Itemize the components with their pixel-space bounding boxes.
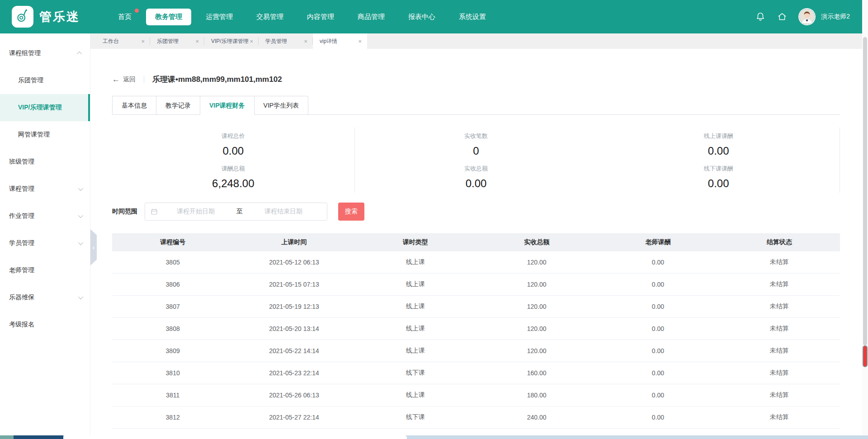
table-header-cell: 上课时间 [233, 238, 354, 246]
close-icon[interactable]: × [304, 38, 307, 44]
user-avatar[interactable] [798, 8, 816, 25]
date-range-picker[interactable]: 课程开始日期 至 课程结束日期 [145, 203, 327, 221]
top-nav-item[interactable]: 内容管理 [298, 9, 343, 25]
end-date-input[interactable]: 课程结束日期 [245, 208, 321, 216]
back-button[interactable]: ← 返回 [112, 75, 136, 84]
top-nav-item[interactable]: 首页 [109, 9, 141, 25]
table-row[interactable]: 3806 2021-05-15 07:13 线上课 120.00 0.00 未结… [112, 274, 840, 296]
stat-label: 实收笔数 [355, 132, 598, 140]
stat-label: 课酬总额 [112, 165, 354, 173]
sidebar-item-label: 乐团管理 [18, 76, 43, 85]
close-icon[interactable]: × [250, 38, 253, 44]
sidebar-item[interactable]: 老师管理 [0, 257, 90, 284]
sidebar-item[interactable]: 乐团管理 [0, 67, 90, 94]
brand-name: 管乐迷 [39, 9, 80, 25]
sidebar-collapse-handle[interactable]: ‹ [90, 229, 97, 265]
collapse-arrow-icon: ‹ [93, 244, 94, 251]
cell-lesson-type: 线上课 [355, 302, 476, 311]
cell-teacher-salary: 0.00 [597, 281, 718, 288]
top-nav-item[interactable]: 系统设置 [450, 9, 495, 25]
sidebar: 课程组管理 乐团管理 VIP/乐理课管理 网管课管理 班级管理 课程管理 作业管… [0, 33, 90, 435]
top-nav-item[interactable]: 报表中心 [399, 9, 444, 25]
sidebar-item[interactable]: 课程管理 [0, 175, 90, 203]
filter-row: 时间范围 课程开始日期 至 课程结束日期 搜索 [112, 203, 840, 221]
close-icon[interactable]: × [358, 38, 362, 44]
table-row[interactable]: 3813 2021-05-28 22:14 线下课 240.00 0.00 未结… [112, 429, 840, 435]
top-nav-item[interactable]: 运营管理 [197, 9, 242, 25]
bell-icon[interactable] [755, 11, 766, 22]
detail-tab[interactable]: VIP学生列表 [254, 96, 309, 114]
sidebar-item[interactable]: 作业管理 [0, 203, 90, 230]
sidebar-item[interactable]: VIP/乐理课管理 [0, 94, 90, 121]
top-nav-item-label: 教务管理 [155, 13, 182, 20]
top-nav-item-label: 运营管理 [206, 13, 233, 20]
table-row[interactable]: 3810 2021-05-23 22:14 线下课 160.00 0.00 未结… [112, 362, 840, 384]
detail-tab-label: 基本信息 [122, 102, 147, 109]
sidebar-item[interactable]: 学员管理 [0, 230, 90, 257]
cell-lesson-id: 3809 [112, 347, 233, 354]
cell-settle-status: 未结算 [719, 258, 840, 266]
cell-teacher-salary: 0.00 [597, 414, 718, 421]
bottom-edge-segment [63, 435, 407, 439]
stat-value: 0.00 [597, 145, 840, 157]
detail-tab[interactable]: 基本信息 [112, 96, 156, 114]
top-nav-item[interactable]: 交易管理 [247, 9, 292, 25]
cell-teacher-salary: 0.00 [597, 259, 718, 266]
cell-lesson-id: 3808 [112, 325, 233, 332]
stat-cell: 课程总价 0.00 [112, 127, 355, 160]
page-tab[interactable]: 工作台 × [96, 33, 150, 49]
cell-teacher-salary: 0.00 [597, 369, 718, 377]
top-nav-item[interactable]: 商品管理 [349, 9, 394, 25]
sidebar-item-label: 乐器维保 [9, 293, 34, 302]
table-header-cell: 课时类型 [355, 238, 476, 246]
detail-tab[interactable]: 教学记录 [156, 96, 200, 114]
back-arrow-icon: ← [112, 75, 120, 84]
table-row[interactable]: 3811 2021-05-26 06:13 线上课 180.00 0.00 未结… [112, 384, 840, 406]
range-separator: 至 [234, 208, 245, 216]
brand-logo[interactable] [12, 6, 33, 28]
cell-lesson-type: 线上课 [355, 347, 476, 355]
page-tab[interactable]: 学员管理 × [259, 33, 313, 49]
top-nav: 首页 教务管理 运营管理 交易管理 内容管理 [109, 9, 495, 25]
start-date-input[interactable]: 课程开始日期 [158, 208, 234, 216]
cell-lesson-time: 2021-05-15 07:13 [233, 281, 354, 288]
table-header-cell: 课程编号 [112, 238, 233, 246]
close-icon[interactable]: × [195, 38, 199, 44]
close-icon[interactable]: × [141, 38, 145, 44]
top-nav-item[interactable]: 教务管理 [146, 9, 191, 25]
detail-tab[interactable]: VIP课程财务 [200, 96, 254, 114]
cell-lesson-id: 3810 [112, 369, 233, 377]
cell-amount-received: 120.00 [476, 281, 597, 288]
page-tab[interactable]: VIP/乐理课管理 × [204, 33, 259, 49]
table-row[interactable]: 3805 2021-05-12 06:13 线上课 120.00 0.00 未结… [112, 251, 840, 274]
sidebar-item[interactable]: 班级管理 [0, 148, 90, 175]
top-header: 管乐迷 首页 教务管理 运营管理 交易管理 内容管理 [0, 0, 868, 33]
sidebar-item[interactable]: 考级报名 [0, 311, 90, 338]
cell-amount-received: 240.00 [476, 414, 597, 421]
home-icon[interactable] [777, 11, 788, 22]
cell-lesson-id: 3806 [112, 281, 233, 288]
page-tab[interactable]: vip详情 × [313, 33, 367, 49]
table-row[interactable]: 3812 2021-05-27 22:14 线下课 240.00 0.00 未结… [112, 406, 840, 429]
sidebar-item-label: 课程管理 [9, 185, 34, 193]
table-row[interactable]: 3807 2021-05-19 12:13 线上课 120.00 0.00 未结… [112, 296, 840, 318]
table-row[interactable]: 3809 2021-05-22 14:14 线上课 120.00 0.00 未结… [112, 340, 840, 362]
scrollbar-thumb[interactable] [863, 345, 868, 367]
sidebar-item-label: 考级报名 [9, 321, 34, 329]
stat-cell: 课酬总额 6,248.00 [112, 160, 355, 193]
sidebar-item[interactable]: 网管课管理 [0, 121, 90, 148]
main-content: ← 返回 乐理课•mm88,mm99,mm101,mm102 基本信息 教学记录… [90, 49, 862, 435]
cell-teacher-salary: 0.00 [597, 303, 718, 310]
user-name[interactable]: 演示老师2 [821, 13, 850, 21]
sidebar-item[interactable]: 课程组管理 [0, 40, 90, 67]
search-button[interactable]: 搜索 [338, 203, 364, 221]
table-row[interactable]: 3808 2021-05-20 13:14 线上课 120.00 0.00 未结… [112, 318, 840, 340]
cell-amount-received: 120.00 [476, 325, 597, 332]
cell-settle-status: 未结算 [719, 369, 840, 377]
cell-lesson-type: 线上课 [355, 258, 476, 266]
page-tab[interactable]: 乐团管理 × [150, 33, 204, 49]
page-tab-bar: 工作台 × 乐团管理 × VIP/乐理课管理 × 学员管理 × vip详情 × [90, 33, 868, 49]
calendar-icon [151, 208, 158, 215]
sidebar-item[interactable]: 乐器维保 [0, 284, 90, 311]
bottom-edge-segment [0, 435, 14, 439]
